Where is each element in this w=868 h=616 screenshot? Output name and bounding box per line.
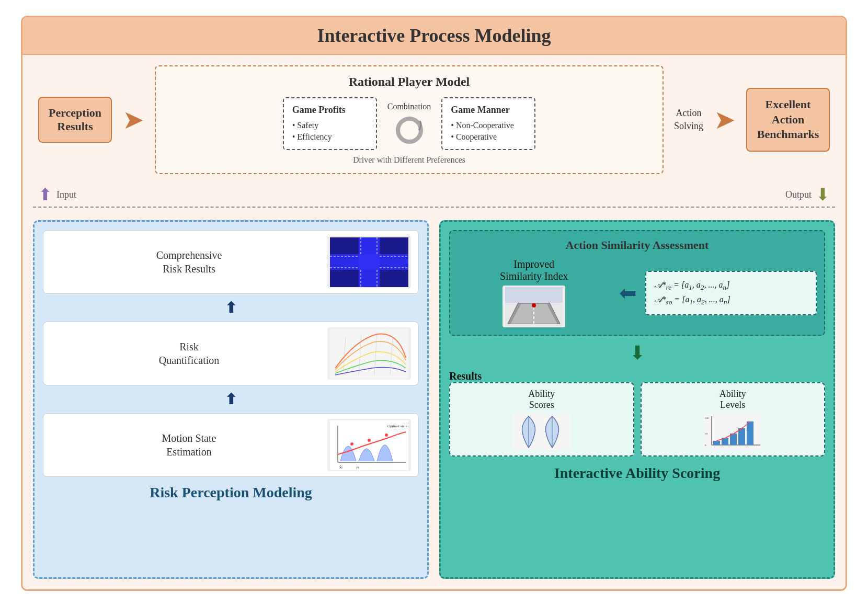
similarity-box: Action Similarity Assessment ImprovedSim… [449, 230, 825, 336]
left-panel-title: Risk Perception Modeling [43, 484, 419, 501]
risk-item-quantification: RiskQuantification [43, 322, 419, 385]
ability-levels-label: AbilityLevels [719, 389, 746, 410]
arrow-risk-quant-icon: ⬆ [43, 299, 419, 316]
arrow-to-excellent-icon: ➤ [714, 105, 736, 135]
action-solving-label: ActionSolving [674, 107, 703, 133]
violin-svg [513, 414, 570, 450]
bar-chart-svg: 0 50 100 [704, 414, 761, 450]
svg-point-23 [385, 434, 388, 437]
arrow-to-model-icon: ➤ [122, 105, 144, 135]
game-manner-box: Game Manner Non-Cooperative Cooperative [441, 97, 535, 150]
input-area: ⬆ Input [38, 185, 76, 204]
results-inner: AbilityScores [449, 382, 825, 457]
risk-item-motion: Motion StateEstimation [43, 413, 419, 477]
io-row: ⬆ Input Output ⬇ [22, 185, 846, 204]
svg-text:x̂ₖ: x̂ₖ [339, 465, 343, 470]
similarity-title: Action Similarity Assessment [458, 238, 817, 252]
arrow-down-green-icon: ⬇ [449, 342, 825, 364]
combination-label: Combination [387, 102, 431, 111]
improved-label: ImprovedSimilarity Index [500, 258, 568, 282]
svg-rect-12 [359, 254, 380, 270]
arrow-up-purple-icon: ⬆ [38, 185, 52, 204]
road-image [502, 286, 565, 327]
similarity-inner: ImprovedSimilarity Index [458, 258, 817, 327]
formula-line-1: 𝒜*re = [a1, a2, ..., an] [655, 278, 808, 293]
right-panel: Action Similarity Assessment ImprovedSim… [439, 220, 835, 579]
divider [33, 207, 835, 208]
risk-item-comprehensive: ComprehensiveRisk Results [43, 230, 419, 294]
svg-point-22 [368, 439, 371, 442]
arrow-down-olive-icon: ⬇ [816, 185, 830, 204]
svg-rect-42 [738, 428, 745, 445]
svg-rect-31 [505, 287, 563, 303]
rational-model-inner: Game Profits Safety Efficiency Combinati… [166, 97, 652, 150]
motion-label: Motion StateEstimation [51, 431, 327, 459]
intersection-svg [330, 237, 408, 287]
svg-text:ŷₖ: ŷₖ [356, 465, 360, 470]
svg-rect-33 [513, 414, 570, 450]
upper-section: PerceptionResults ➤ Rational Player Mode… [22, 55, 846, 185]
svg-text:100: 100 [705, 417, 709, 419]
road-svg [505, 287, 563, 326]
ability-levels-item: AbilityLevels [641, 382, 826, 457]
ability-scores-label: AbilityScores [528, 389, 555, 410]
formula-box: 𝒜*re = [a1, a2, ..., an] 𝒜*so = [a1, a2,… [645, 271, 817, 315]
driver-label: Driver with Different Preferences [166, 155, 652, 165]
game-profits-safety: Safety [292, 120, 368, 131]
comprehensive-label: ComprehensiveRisk Results [51, 248, 327, 276]
svg-text:Optimal state estimate: Optimal state estimate [387, 424, 408, 428]
game-manner-cooperative: Cooperative [451, 131, 526, 143]
main-container: Interactive Process Modeling PerceptionR… [21, 16, 847, 591]
improved-index-box: ImprovedSimilarity Index [458, 258, 611, 327]
lower-section: ComprehensiveRisk Results [22, 212, 846, 589]
rational-model-title: Rational Player Model [166, 75, 652, 89]
svg-point-21 [350, 442, 353, 446]
kalman-svg: x̂ₖ ŷₖ Optimal state estimate [330, 420, 408, 470]
arrow-motion-state-icon: ⬆ [43, 391, 419, 408]
game-profits-box: Game Profits Safety Efficiency [283, 97, 377, 150]
intersection-image [327, 236, 411, 288]
combination-area: Combination [387, 102, 431, 146]
ability-scores-item: AbilityScores [449, 382, 634, 457]
combination-ring-icon [394, 115, 425, 146]
game-profits-efficiency: Efficiency [292, 131, 368, 143]
excellent-box: ExcellentActionBenchmarks [746, 88, 830, 152]
svg-text:50: 50 [705, 432, 708, 435]
surface-plot-svg [330, 329, 408, 379]
output-area: Output ⬇ [785, 185, 830, 204]
game-manner-title: Game Manner [451, 105, 526, 116]
rational-model-box: Rational Player Model Game Profits Safet… [155, 65, 664, 174]
results-section: Results AbilityScores [449, 370, 825, 457]
quantification-label: RiskQuantification [51, 340, 327, 367]
svg-rect-43 [747, 421, 753, 445]
game-profits-title: Game Profits [292, 105, 368, 116]
svg-point-0 [398, 119, 421, 142]
left-panel: ComprehensiveRisk Results [33, 220, 429, 579]
bar-chart-image: 0 50 100 [701, 414, 764, 450]
arrow-left-teal-icon: ⬅ [619, 281, 637, 305]
violin-plot-image [510, 414, 573, 450]
input-label-text: Input [56, 189, 76, 200]
formula-line-2: 𝒜*so = [a1, a2, ..., an] [655, 293, 808, 308]
svg-rect-39 [713, 441, 720, 445]
results-label: Results [449, 370, 825, 382]
game-manner-noncooperative: Non-Cooperative [451, 120, 526, 131]
results-text: Results [449, 370, 482, 382]
right-panel-title: Interactive Ability Scoring [449, 465, 825, 482]
svg-point-32 [532, 303, 536, 307]
main-title: Interactive Process Modeling [22, 17, 846, 55]
perception-box: PerceptionResults [38, 97, 112, 143]
output-label-text: Output [785, 189, 812, 200]
surface-plot-image [327, 327, 411, 380]
kalman-plot-image: x̂ₖ ŷₖ Optimal state estimate [327, 419, 411, 471]
